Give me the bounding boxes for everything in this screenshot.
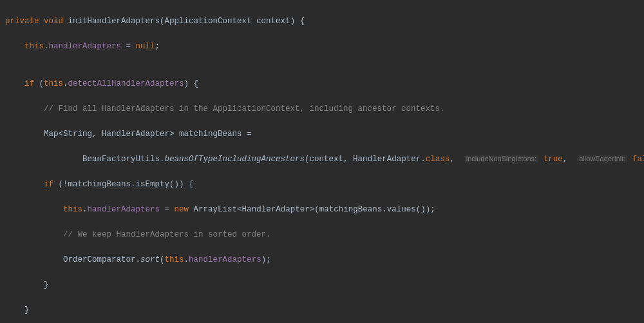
code-line: BeanFactoryUtils.beansOfTypeIncludingAnc… <box>5 153 644 166</box>
param-hint: includeNonSingletons: <box>464 155 538 162</box>
code-line: // Find all HandlerAdapters in the Appli… <box>5 103 644 116</box>
code-line: // We keep HandlerAdapters in sorted ord… <box>5 229 644 242</box>
code-line: OrderComparator.sort(this.handlerAdapter… <box>5 254 644 267</box>
code-line: } <box>5 304 644 317</box>
code-line: if (!matchingBeans.isEmpty()) { <box>5 179 644 191</box>
code-line: if (this.detectAllHandlerAdapters) { <box>5 78 644 91</box>
param-hint: allowEagerInit: <box>577 155 627 162</box>
code-line: this.handlerAdapters = new ArrayList<Han… <box>5 204 644 217</box>
code-line: private void initHandlerAdapters(Applica… <box>5 15 644 28</box>
code-line: Map<String, HandlerAdapter> matchingBean… <box>5 128 644 141</box>
code-line: this.handlerAdapters = null; <box>5 41 644 54</box>
code-line: } <box>5 279 644 292</box>
code-editor[interactable]: private void initHandlerAdapters(Applica… <box>0 0 644 323</box>
